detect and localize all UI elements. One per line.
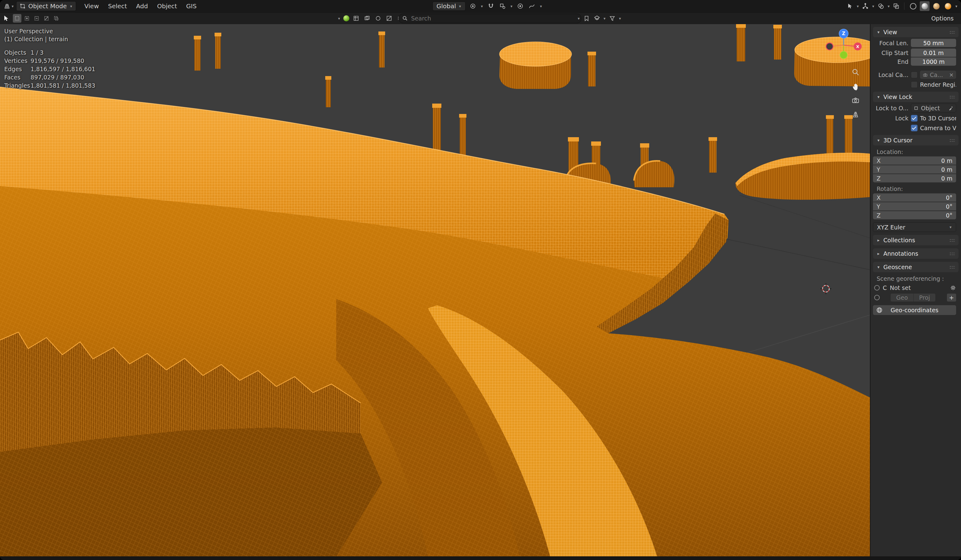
panel-header-view[interactable]: ▾ View [873, 27, 959, 37]
select-mode-subtract-button[interactable] [32, 14, 41, 22]
panel-grip[interactable] [950, 265, 956, 269]
clear-icon[interactable]: × [949, 72, 954, 78]
zoom-icon[interactable] [850, 67, 861, 77]
select-mode-invert-button[interactable] [42, 14, 51, 22]
menu-gis[interactable]: GIS [182, 0, 201, 12]
perspective-toggle-icon[interactable] [850, 109, 861, 119]
overlay-toggle-icon-1[interactable] [352, 14, 360, 22]
orientation-selector[interactable]: Global ▾ [432, 2, 466, 11]
search-field[interactable] [410, 14, 578, 22]
menu-add[interactable]: Add [132, 0, 153, 12]
chevron-down-icon: ▾ [511, 4, 513, 8]
panel-grip[interactable] [950, 139, 956, 142]
shading-wireframe-button[interactable] [908, 1, 918, 11]
orientation-label: Global [437, 2, 456, 10]
snap-target-icon[interactable] [498, 2, 507, 10]
rotation-y-field[interactable]: Y0° [873, 202, 956, 210]
options-button[interactable]: Options [929, 14, 956, 23]
sidebar-panel: ▾ View Focal Len. 50 mm Clip Start 0.01 … [870, 24, 961, 556]
select-mode-intersect-button[interactable] [52, 14, 61, 22]
mode-selector[interactable]: Object Mode ▾ [16, 1, 76, 11]
tweak-tool-icon[interactable] [2, 14, 10, 22]
rotation-mode-dropdown[interactable]: XYZ Euler ▾ [873, 222, 956, 232]
panel-grip[interactable] [950, 239, 956, 242]
panel-grip[interactable] [950, 30, 956, 34]
focal-length-field[interactable]: 50 mm [911, 39, 956, 47]
filter-funnel-icon[interactable] [608, 14, 617, 22]
panel-title: Geoscene [883, 264, 912, 270]
camera-view-icon[interactable] [850, 95, 861, 105]
location-z-field[interactable]: Z0 m [873, 174, 956, 182]
filter-cluster: ▾ ▾ ▾ [577, 14, 622, 22]
panel-header-collections[interactable]: ▸ Collections [873, 235, 959, 246]
crs-radio[interactable] [874, 285, 880, 290]
clip-start-field[interactable]: 0.01 m [911, 48, 956, 57]
panel-header-3d-cursor[interactable]: ▾ 3D Cursor [873, 135, 959, 145]
eyedropper-icon[interactable] [948, 106, 953, 111]
proportional-edit-icon[interactable] [516, 2, 524, 10]
panel-header-geoscene[interactable]: ▾ Geoscene [873, 262, 959, 272]
bookmark-icon[interactable] [582, 14, 591, 22]
chevron-down-icon: ▾ [955, 4, 957, 8]
overlays-icon[interactable] [877, 2, 885, 10]
georeferencing-label: Scene georeferencing : [877, 275, 961, 282]
editor-type-icon[interactable] [2, 2, 11, 10]
navigation-gizmo[interactable]: Z X [824, 29, 863, 65]
menu-view[interactable]: View [80, 0, 103, 12]
geo-coordinates-button[interactable]: Geo-coordinates [873, 305, 956, 315]
gizmo-z-label[interactable]: Z [842, 31, 845, 36]
local-camera-label: Local Ca... [873, 72, 908, 78]
select-mode-extend-button[interactable] [22, 14, 31, 22]
panel-header-annotations[interactable]: ▸ Annotations [873, 249, 959, 259]
menu-select[interactable]: Select [104, 0, 132, 12]
rotation-x-field[interactable]: X0° [873, 193, 956, 202]
rotation-z-field[interactable]: Z0° [873, 211, 956, 219]
pivot-point-icon[interactable] [469, 2, 477, 10]
location-x-field[interactable]: X0 m [873, 156, 956, 165]
snap-magnet-icon[interactable] [487, 2, 495, 10]
search-input[interactable] [399, 14, 582, 23]
overlay-toggle-icon-4[interactable] [385, 14, 394, 22]
collections-layers-icon[interactable] [593, 14, 601, 22]
to-3d-cursor-checkbox[interactable] [911, 115, 918, 122]
select-mode-set-button[interactable] [13, 14, 21, 22]
globe-icon [876, 307, 883, 314]
falloff-curve-icon[interactable] [527, 2, 536, 10]
overlay-toggle-icon-2[interactable] [363, 14, 371, 22]
add-crs-button[interactable]: + [947, 294, 956, 302]
location-y-field[interactable]: Y0 m [873, 165, 956, 173]
proj-button[interactable]: Proj [914, 294, 935, 302]
panel-title: View Lock [883, 93, 912, 100]
local-camera-checkbox[interactable] [911, 72, 918, 78]
menu-object[interactable]: Object [153, 0, 182, 12]
pan-hand-icon[interactable] [850, 81, 861, 91]
geo-button[interactable]: Geo [891, 294, 914, 302]
panel-grip[interactable] [950, 95, 956, 99]
material-preview-sphere-icon[interactable] [343, 15, 349, 21]
panel-header-view-lock[interactable]: ▾ View Lock [873, 91, 959, 102]
gizmos-icon[interactable] [861, 2, 869, 10]
shading-rendered-button[interactable] [943, 1, 953, 11]
rotation-mode-value: XYZ Euler [877, 224, 905, 231]
camera-to-view-checkbox[interactable] [911, 125, 918, 132]
gizmo-x-label[interactable]: X [856, 44, 859, 49]
gear-icon[interactable] [950, 285, 956, 291]
geo-radio[interactable] [874, 295, 880, 300]
viewport-3d[interactable]: User Perspective (1) Collection | terrai… [0, 24, 870, 557]
local-camera-field[interactable]: Ca... × [920, 71, 956, 79]
object-types-visibility-icon[interactable] [846, 2, 854, 10]
shading-material-button[interactable] [931, 1, 941, 11]
lock-to-cursor-row: Lock To 3D Cursor [873, 114, 956, 122]
render-region-checkbox[interactable] [911, 81, 918, 88]
shading-solid-button[interactable] [920, 1, 929, 11]
search-icon [402, 15, 408, 21]
panel-title: Annotations [883, 250, 918, 257]
panel-grip[interactable] [950, 252, 956, 255]
chevron-down-icon[interactable]: ▾ [338, 16, 340, 21]
clip-end-field[interactable]: 1000 m [911, 58, 956, 66]
xray-toggle-icon[interactable] [892, 2, 900, 10]
chevron-down-icon[interactable]: ▾ [578, 16, 580, 21]
overlay-toggle-icon-3[interactable] [374, 14, 382, 22]
lock-object-field[interactable]: Object [911, 104, 956, 112]
terrain-mesh[interactable] [0, 24, 870, 557]
